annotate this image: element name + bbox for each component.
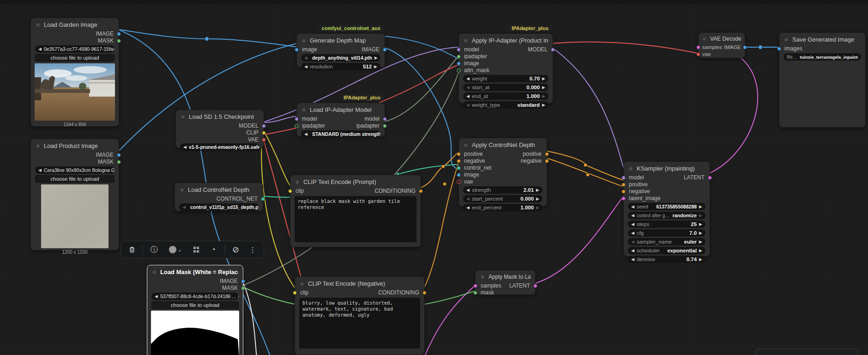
input-pin-positive[interactable] — [457, 152, 461, 156]
combo-right-icon[interactable]: ▶ — [699, 213, 702, 218]
output-pin-ipadapter[interactable] — [383, 124, 387, 128]
file-combo[interactable]: ◀0e3577a3-cc77-4580-9617-15fa4 ...▶ — [35, 45, 115, 53]
combo-left-icon[interactable]: ◀ — [631, 257, 634, 262]
input-pin-model[interactable] — [457, 48, 461, 52]
combo-left-icon[interactable]: ◀ — [466, 196, 470, 201]
collapse-dot-icon[interactable] — [702, 37, 706, 41]
weight-combo[interactable]: ◀weight0.70▶ — [463, 75, 549, 82]
input-pin-positive[interactable] — [621, 183, 626, 187]
combo-left-icon[interactable]: ◀ — [631, 239, 634, 244]
collapse-dot-icon[interactable] — [464, 143, 468, 147]
node-apply-ipadapter[interactable]: IPAdapter_plus Apply IP-Adapter (Product… — [458, 33, 553, 104]
collapse-dot-icon[interactable] — [784, 37, 789, 42]
node-generate-depth-map[interactable]: comfyui_controlnet_aux Generate Depth Ma… — [296, 33, 385, 67]
combo-left-icon[interactable]: ◀ — [182, 205, 186, 209]
combo-right-icon[interactable]: ▶ — [374, 64, 377, 69]
file-combo[interactable]: ◀Cera3line 90x90x3cm Bologna G ...▶ — [35, 166, 115, 174]
output-pin-model[interactable] — [551, 48, 555, 52]
output-pin-model[interactable] — [383, 117, 387, 121]
collapse-dot-icon[interactable] — [180, 188, 184, 192]
delete-button[interactable] — [126, 244, 138, 256]
combo-left-icon[interactable]: ◀ — [631, 222, 634, 226]
collapse-dot-icon[interactable] — [295, 180, 300, 184]
choose-file-button[interactable]: choose file to upload — [35, 175, 115, 183]
node-load-garden-image[interactable]: Load Garden Image IMAGE MASK ◀0e3577a3-c… — [30, 18, 119, 127]
ckpt-combo[interactable]: ◀ckpt_ ...depth_anything_vitl14.pth▶ — [301, 54, 380, 61]
output-pin-image[interactable] — [241, 279, 245, 283]
collapse-dot-icon[interactable] — [628, 166, 633, 171]
combo-left-icon[interactable]: ◀ — [466, 94, 470, 98]
collapse-dot-icon[interactable] — [480, 275, 485, 279]
node-load-sd-checkpoint[interactable]: Load SD 1.5 Checkpoint MODEL CLIP VAE ◀v… — [175, 110, 264, 148]
combo-right-icon[interactable]: ▶ — [699, 204, 702, 209]
combo-left-icon[interactable]: ◀ — [155, 294, 158, 299]
collapse-dot-icon[interactable] — [464, 38, 468, 43]
output-pin-latent[interactable] — [708, 176, 712, 180]
combo-left-icon[interactable]: ◀ — [38, 47, 42, 51]
denoise-combo[interactable]: ◀denoise0.74▶ — [628, 256, 705, 263]
input-pin-model[interactable] — [295, 117, 299, 121]
output-pin-conditioning[interactable] — [422, 291, 427, 295]
resolution-combo[interactable]: ◀resolution512▶ — [301, 63, 380, 70]
output-pin-image[interactable] — [117, 32, 121, 36]
combo-right-icon[interactable]: ▶ — [542, 76, 545, 81]
control-after-generate-combo[interactable]: ◀control after generaterandomize▶ — [628, 212, 705, 219]
combo-left-icon[interactable]: ◀ — [631, 231, 634, 235]
combo-left-icon[interactable]: ◀ — [304, 132, 307, 136]
node-vae-decode[interactable]: VAE Decode samplesIMAGE vae — [698, 32, 745, 58]
input-pin-clip[interactable] — [288, 189, 292, 193]
input-pin-negative[interactable] — [457, 159, 461, 163]
output-pin-image[interactable] — [117, 153, 121, 157]
output-pin-mask[interactable] — [117, 39, 121, 43]
input-pin-ipadapter[interactable] — [457, 55, 461, 59]
collapse-dot-icon[interactable] — [36, 23, 40, 27]
combo-right-icon[interactable]: ▶ — [374, 55, 378, 60]
start-at-combo[interactable]: ◀start_at0.000▶ — [463, 84, 549, 91]
more-options-button[interactable]: ⋮ — [247, 244, 259, 256]
combo-left-icon[interactable]: ◀ — [631, 213, 634, 218]
choose-file-button[interactable]: choose file to upload — [35, 54, 115, 61]
collapse-dot-icon[interactable] — [301, 38, 306, 43]
combo-right-icon[interactable]: ▶ — [536, 196, 539, 201]
input-pin-image[interactable] — [295, 48, 299, 52]
combo-left-icon[interactable]: ◀ — [466, 103, 470, 107]
strength-combo[interactable]: ◀strength2.01▶ — [463, 186, 542, 194]
output-pin-image[interactable] — [383, 48, 387, 52]
input-pin-clip[interactable] — [293, 291, 297, 295]
node-apply-controlnet-depth[interactable]: Apply ControlNet Depth positivepositive … — [458, 138, 547, 207]
input-pin-image[interactable] — [457, 173, 461, 177]
ckpt-combo[interactable]: ◀v1-5-pruned-emaonly-fp16.safet ...▶ — [180, 143, 259, 151]
input-pin-model[interactable] — [621, 176, 626, 180]
combo-left-icon[interactable]: ◀ — [38, 168, 42, 172]
collapse-dot-icon[interactable] — [36, 144, 40, 148]
combo-left-icon[interactable]: ◀ — [466, 76, 470, 81]
color-picker-button[interactable]: ⌄ — [165, 244, 186, 256]
end-at-combo[interactable]: ◀end_at1.000▶ — [463, 92, 549, 100]
input-pin-negative[interactable] — [621, 190, 626, 194]
combo-right-icon[interactable]: ▶ — [536, 205, 539, 210]
output-pin-clip[interactable] — [262, 131, 266, 135]
combo-left-icon[interactable]: ◀ — [466, 85, 470, 90]
output-pin-negative[interactable] — [545, 159, 549, 163]
collapse-dot-icon[interactable] — [301, 108, 306, 112]
combo-left-icon[interactable]: ◀ — [466, 205, 470, 210]
combo-left-icon[interactable]: ◀ — [466, 188, 470, 192]
preset-combo[interactable]: ◀...STANDARD (medium strength)▶ — [301, 130, 380, 138]
output-pin-image[interactable] — [743, 45, 747, 49]
weight-type-combo[interactable]: ◀weight_typestandard▶ — [463, 101, 549, 109]
node-apply-mask-to-latent[interactable]: Apply Mask to La... samplesLATENT mask — [475, 270, 536, 295]
output-pin-mask[interactable] — [117, 160, 121, 164]
seed-combo[interactable]: ◀seed613735855088288▶ — [628, 203, 705, 210]
output-pin-conditioning[interactable] — [419, 189, 423, 193]
combo-right-icon[interactable]: ▶ — [699, 239, 702, 244]
node-load-mask[interactable]: Load Mask (White = Replace Til... IMAGE … — [147, 265, 243, 355]
steps-combo[interactable]: ◀steps25▶ — [628, 220, 705, 228]
input-pin-images[interactable] — [777, 47, 781, 51]
input-pin-mask[interactable] — [473, 291, 477, 295]
node-load-product-image[interactable]: Load Product Image IMAGE MASK ◀Cera3line… — [30, 139, 119, 251]
output-pin-latent[interactable] — [533, 284, 537, 288]
choose-file-button[interactable]: choose file to upload — [151, 301, 239, 309]
combo-left-icon[interactable]: ◀ — [304, 64, 307, 69]
output-pin-mask[interactable] — [241, 286, 245, 290]
input-pin-samples[interactable] — [696, 45, 700, 49]
